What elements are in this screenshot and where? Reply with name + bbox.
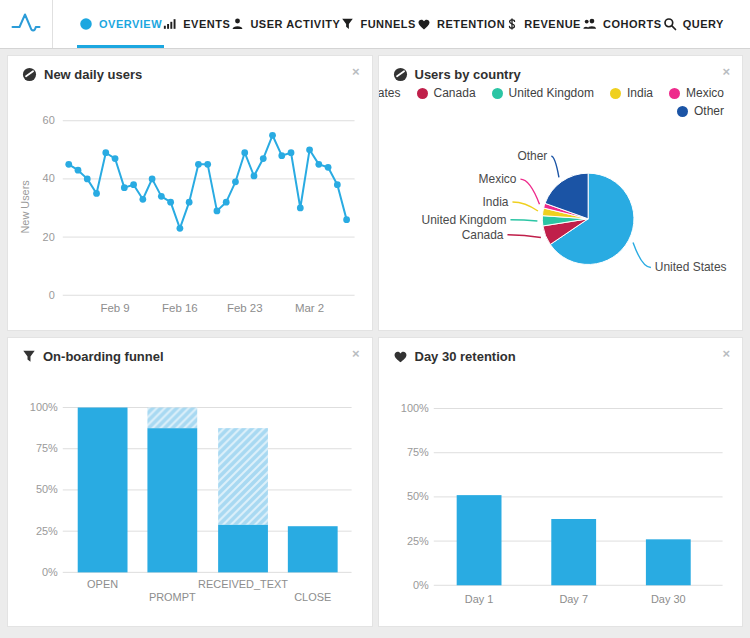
legend-label: Mexico [686,86,724,100]
svg-text:PROMPT: PROMPT [149,591,196,603]
svg-text:Feb 9: Feb 9 [100,302,129,314]
svg-text:RECEIVED_TEXT: RECEIVED_TEXT [198,578,288,590]
legend-item-united-states[interactable]: United States [378,86,401,100]
legend-item-mexico[interactable]: Mexico [669,86,724,100]
svg-text:Canada: Canada [461,228,503,242]
svg-text:Mexico: Mexico [478,172,516,186]
dollar-icon [506,17,518,31]
svg-text:20: 20 [43,231,55,243]
gauge-icon [79,17,93,31]
svg-text:Feb 23: Feb 23 [227,302,263,314]
tab-query[interactable]: QUERY [663,0,724,48]
retention-bar-chart: 0%25%50%75%100%Day 1Day 7Day 30 [379,338,743,626]
svg-text:OPEN: OPEN [87,578,118,590]
legend-item-other[interactable]: Other [677,104,724,118]
close-icon[interactable]: × [352,65,360,78]
legend-label: Canada [434,86,476,100]
tab-user-activity[interactable]: USER ACTIVITY [231,0,340,48]
svg-text:50%: 50% [406,490,428,502]
tab-revenue[interactable]: REVENUE [506,0,581,48]
svg-text:100%: 100% [400,402,428,414]
legend-item-india[interactable]: India [610,86,653,100]
svg-text:Day 7: Day 7 [559,593,588,605]
panel-title: Users by country [415,67,521,82]
panel-users-by-country: Users by country × United States Canada … [378,55,744,331]
tab-cohorts[interactable]: COHORTS [582,0,662,48]
tab-overview[interactable]: OVERVIEW [79,0,162,48]
svg-text:25%: 25% [36,525,58,537]
bar-chart-icon [163,17,177,31]
tab-label: COHORTS [603,18,662,30]
panel-new-daily-users: New daily users × 0204060New UsersFeb 9F… [7,55,373,331]
close-icon[interactable]: × [352,347,360,360]
svg-text:100%: 100% [30,401,58,413]
nav-tabs: OVERVIEW EVENTS USER ACTIVITY FUNNELS RE… [53,0,750,48]
people-icon [582,17,597,31]
tab-label: FUNNELS [360,18,415,30]
svg-text:40: 40 [43,172,55,184]
legend-item-canada[interactable]: Canada [417,86,476,100]
svg-text:0%: 0% [42,566,58,578]
line-chart: 0204060New UsersFeb 9Feb 16Feb 23Mar 2 [8,56,372,330]
tab-events[interactable]: EVENTS [163,0,230,48]
svg-text:United Kingdom: United Kingdom [421,213,506,227]
svg-text:India: India [482,195,508,209]
search-icon [663,17,677,31]
panel-header: On-boarding funnel [8,338,372,364]
pie-legend: United States Canada United Kingdom Indi… [378,86,725,118]
svg-text:United States: United States [654,260,726,274]
person-icon [231,17,244,31]
svg-text:Other: Other [517,149,547,163]
legend-label: India [627,86,653,100]
svg-text:0%: 0% [412,579,428,591]
top-nav: OVERVIEW EVENTS USER ACTIVITY FUNNELS RE… [0,0,750,49]
svg-text:Feb 16: Feb 16 [162,302,198,314]
tab-funnels[interactable]: FUNNELS [341,0,415,48]
close-icon[interactable]: × [722,65,730,78]
dashboard-grid: New daily users × 0204060New UsersFeb 9F… [0,49,750,638]
legend-item-united-kingdom[interactable]: United Kingdom [492,86,594,100]
gauge-icon [22,67,37,82]
tab-label: REVENUE [524,18,581,30]
legend-dot [417,88,428,99]
legend-dot [492,88,503,99]
legend-dot [669,88,680,99]
heart-icon [393,350,408,364]
tab-label: OVERVIEW [99,18,162,30]
svg-text:Mar 2: Mar 2 [295,302,324,314]
panel-title: On-boarding funnel [43,349,164,364]
panel-title: Day 30 retention [415,349,516,364]
svg-text:25%: 25% [406,535,428,547]
tab-label: USER ACTIVITY [250,18,340,30]
svg-text:60: 60 [43,114,55,126]
svg-text:75%: 75% [406,446,428,458]
panel-title: New daily users [44,67,142,82]
svg-text:75%: 75% [36,442,58,454]
legend-label: Other [694,104,724,118]
tab-label: QUERY [683,18,724,30]
panel-day30-retention: Day 30 retention × 0%25%50%75%100%Day 1D… [378,337,744,627]
funnel-icon [22,349,36,364]
funnel-bar-chart: 0%25%50%75%100%OPENPROMPTRECEIVED_TEXTCL… [8,338,372,626]
svg-text:Day 30: Day 30 [650,593,685,605]
legend-dot [677,106,688,117]
svg-text:New Users: New Users [19,180,31,234]
svg-text:50%: 50% [36,483,58,495]
app-logo[interactable] [0,0,53,48]
tab-retention[interactable]: RETENTION [417,0,505,48]
amplitude-logo-icon [9,9,43,39]
panel-header: New daily users [8,56,372,82]
close-icon[interactable]: × [722,347,730,360]
tab-label: RETENTION [437,18,505,30]
legend-row: United States Canada United Kingdom Indi… [378,86,725,100]
legend-label: United Kingdom [509,86,594,100]
tab-label: EVENTS [183,18,230,30]
legend-dot [610,88,621,99]
svg-text:0: 0 [49,289,55,301]
funnel-icon [341,17,354,31]
panel-header: Users by country [379,56,743,82]
panel-header: Day 30 retention [379,338,743,364]
panel-onboarding-funnel: On-boarding funnel × 0%25%50%75%100%OPEN… [7,337,373,627]
gauge-icon [393,67,408,82]
legend-row: Other [677,104,724,118]
